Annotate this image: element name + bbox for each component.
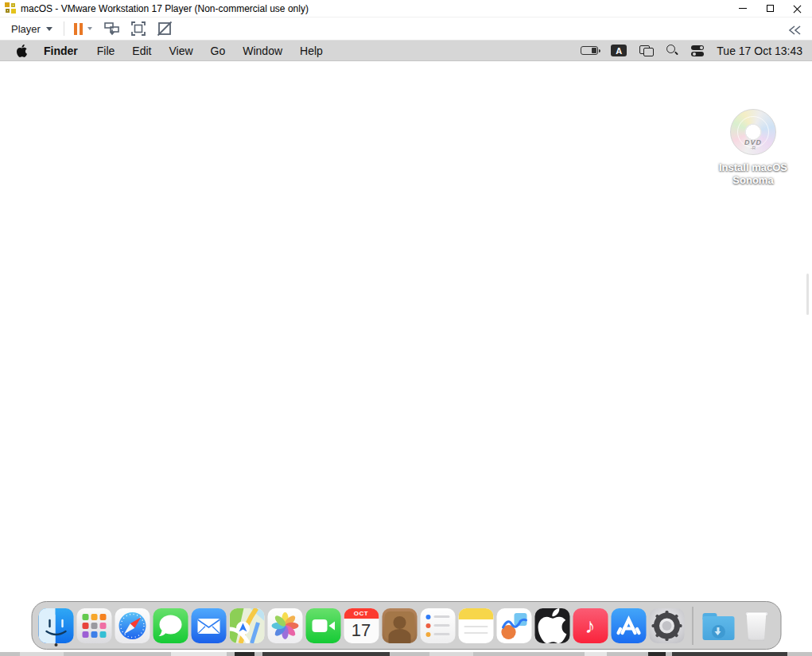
dock-item-system-settings[interactable]: [649, 607, 684, 645]
input-source-badge[interactable]: A: [611, 45, 627, 56]
launchpad-icon: [76, 608, 111, 643]
chevron-down-icon: [87, 27, 92, 30]
suspend-vm-button[interactable]: [71, 21, 95, 37]
vmware-toolbar: Player: [0, 17, 812, 41]
notes-icon: [458, 608, 493, 643]
menubar-item-edit[interactable]: Edit: [123, 45, 160, 57]
fullscreen-button[interactable]: [129, 19, 148, 38]
vm-display: Finder File Edit View Go Window Help A T…: [0, 41, 812, 652]
menubar-clock[interactable]: Tue 17 Oct 13:43: [717, 45, 802, 57]
menubar-item-help[interactable]: Help: [291, 45, 332, 57]
minimize-button[interactable]: [729, 0, 756, 17]
dock-item-finder[interactable]: [38, 607, 73, 645]
control-center-icon[interactable]: [691, 45, 704, 56]
dock-item-photos[interactable]: [267, 607, 302, 645]
apple-logo-icon: [534, 608, 569, 643]
maximize-button[interactable]: [756, 0, 783, 17]
player-menu-label: Player: [11, 23, 41, 35]
player-menu-button[interactable]: Player: [6, 21, 57, 37]
apple-tv-icon: tv: [534, 608, 569, 643]
facetime-icon: [305, 608, 340, 643]
music-note-glyph: ♪: [585, 615, 596, 636]
app-store-icon: [611, 608, 646, 643]
menubar-item-go[interactable]: Go: [202, 45, 235, 57]
menubar-item-view[interactable]: View: [160, 45, 201, 57]
dock-item-maps[interactable]: [229, 607, 264, 645]
mail-icon: [191, 608, 226, 643]
vmware-app-icon: [5, 2, 17, 14]
dock-item-appstore[interactable]: [611, 607, 646, 645]
unity-mode-button[interactable]: [155, 19, 174, 38]
minimize-icon: [739, 8, 747, 9]
dock-item-contacts[interactable]: [382, 607, 417, 645]
window-title: macOS - VMware Workstation 17 Player (No…: [21, 3, 309, 14]
fullscreen-icon: [130, 21, 146, 37]
dock-separator: [692, 607, 693, 645]
unity-mode-icon: [157, 21, 173, 37]
dock-item-freeform[interactable]: [496, 607, 531, 645]
system-settings-icon: [649, 608, 684, 643]
dock-item-tv[interactable]: tv: [534, 607, 569, 645]
trash-icon: [739, 608, 774, 643]
dock-item-safari[interactable]: [115, 607, 150, 645]
collapse-toolbar-icon: [787, 25, 802, 36]
music-icon: ♪: [573, 608, 608, 643]
reminders-icon: [420, 608, 455, 643]
safari-icon: [115, 608, 150, 643]
desktop-icon-install-macos-sonoma[interactable]: DVD -R Install macOS Sonoma: [715, 109, 791, 187]
close-button[interactable]: [783, 0, 810, 17]
maps-icon: [229, 608, 264, 643]
dvd-disc-icon: DVD -R: [730, 109, 776, 155]
collapse-toolbar-button[interactable]: [785, 21, 804, 40]
messages-icon: [153, 608, 188, 643]
dock-item-launchpad[interactable]: [76, 607, 111, 645]
toolbar-divider: [64, 21, 64, 36]
spotlight-search-icon[interactable]: [666, 45, 678, 56]
gear-icon: [649, 608, 684, 643]
suspend-pause-icon: [74, 23, 83, 35]
window-titlebar: macOS - VMware Workstation 17 Player (No…: [0, 0, 812, 17]
dock-item-trash[interactable]: [739, 607, 774, 645]
dock-item-mail[interactable]: [191, 607, 226, 645]
maximize-icon: [767, 5, 774, 12]
dock-item-facetime[interactable]: [305, 607, 340, 645]
menubar-item-window[interactable]: Window: [234, 45, 291, 57]
dock-item-calendar[interactable]: OCT 17: [344, 607, 379, 645]
dock-item-downloads[interactable]: [701, 607, 736, 645]
dvd-disc-subtext: -R: [731, 146, 775, 150]
dock-item-reminders[interactable]: [420, 607, 455, 645]
send-ctrl-alt-del-icon: [104, 21, 120, 36]
running-indicator-dot: [54, 643, 57, 646]
macos-menubar: Finder File Edit View Go Window Help A T…: [0, 41, 812, 61]
finder-icon: [38, 608, 73, 643]
freeform-icon: [496, 608, 531, 643]
send-ctrl-alt-del-button[interactable]: [103, 19, 122, 38]
calendar-day-label: 17: [344, 619, 379, 643]
desktop: DVD -R Install macOS Sonoma: [0, 61, 812, 652]
dock-item-music[interactable]: ♪: [573, 607, 608, 645]
dock-item-messages[interactable]: [153, 607, 188, 645]
dock: OCT 17: [31, 601, 781, 650]
host-screen-fragment: [0, 652, 812, 656]
menubar-item-finder[interactable]: Finder: [33, 45, 88, 57]
calendar-month-label: OCT: [344, 608, 379, 619]
chevron-down-icon: [46, 27, 52, 31]
stacked-windows-icon[interactable]: [639, 45, 654, 56]
desktop-icon-label: Install macOS Sonoma: [715, 161, 791, 187]
downloads-folder-icon: [701, 608, 736, 643]
calendar-icon: OCT 17: [344, 608, 379, 643]
menubar-item-file[interactable]: File: [88, 45, 124, 57]
scrollbar[interactable]: [806, 274, 809, 315]
battery-icon[interactable]: [581, 46, 598, 55]
apple-menu-button[interactable]: [10, 45, 33, 57]
contacts-icon: [382, 608, 417, 643]
close-icon: [793, 4, 802, 13]
photos-icon: [267, 608, 302, 643]
dock-item-notes[interactable]: [458, 607, 493, 645]
apple-logo-icon: [17, 45, 27, 57]
